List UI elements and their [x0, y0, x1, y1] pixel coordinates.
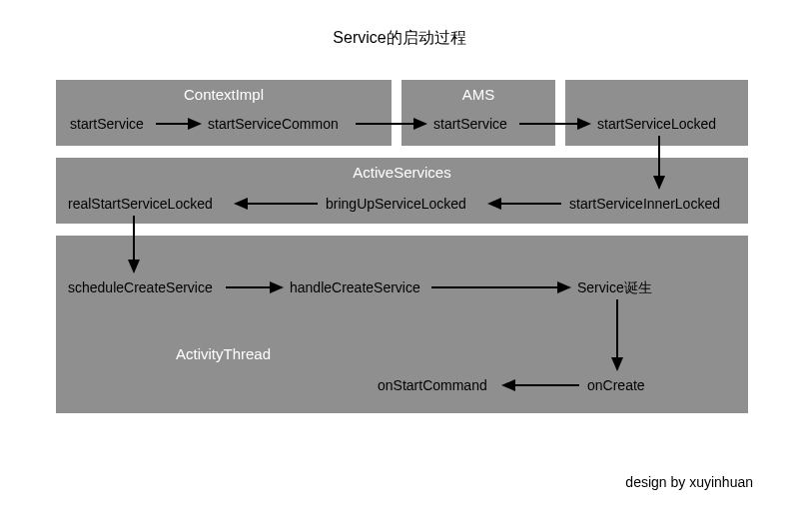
- node-onstartcommand: onStartCommand: [378, 377, 487, 393]
- node-handlecreateservice: handleCreateService: [290, 279, 420, 295]
- box-label-ams: AMS: [462, 86, 495, 103]
- box-activeservices: ActiveServices: [56, 158, 748, 224]
- diagram-title: Service的启动过程: [0, 0, 799, 49]
- box-label-activeservices: ActiveServices: [353, 164, 450, 181]
- node-realstartservicelocked: realStartServiceLocked: [68, 196, 213, 212]
- node-startservicelocked: startServiceLocked: [597, 116, 716, 132]
- box-label-contextimpl: ContextImpl: [184, 86, 264, 103]
- credit-text: design by xuyinhuan: [625, 474, 753, 490]
- node-startservice-2: startService: [433, 116, 507, 132]
- box-rightstrip: [565, 80, 748, 146]
- node-oncreate: onCreate: [587, 377, 645, 393]
- box-label-activitythread: ActivityThread: [176, 345, 271, 362]
- node-startservicecommon: startServiceCommon: [208, 116, 339, 132]
- box-contextimpl: ContextImpl: [56, 80, 392, 146]
- node-serviceborn: Service诞生: [577, 279, 652, 297]
- node-bringupservicelocked: bringUpServiceLocked: [326, 196, 466, 212]
- node-startserviceinnerlocked: startServiceInnerLocked: [569, 196, 720, 212]
- box-ams: AMS: [401, 80, 555, 146]
- node-schedulecreateservice: scheduleCreateService: [68, 279, 213, 295]
- node-startservice-1: startService: [70, 116, 144, 132]
